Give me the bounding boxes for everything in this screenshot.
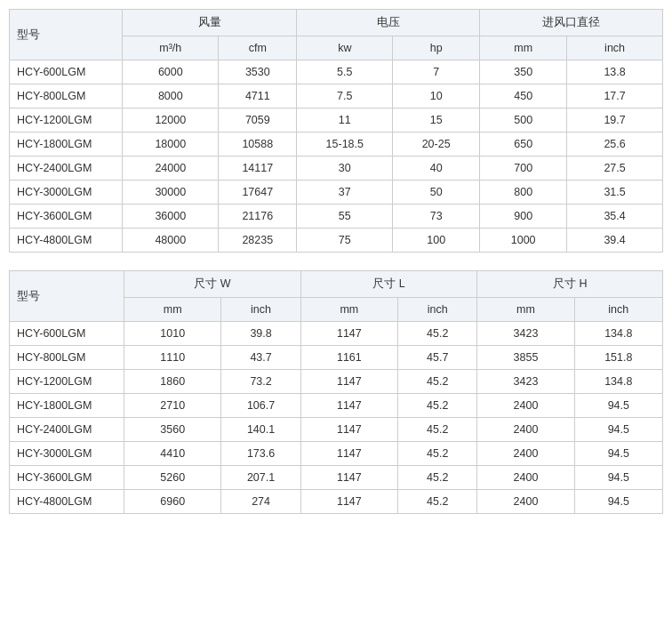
table1-row7-col4: 100 xyxy=(393,229,480,253)
table2-sub-h3: inch xyxy=(398,298,477,322)
table1-row1-col6: 17.7 xyxy=(567,84,663,108)
table2-row5-col5: 2400 xyxy=(477,442,574,466)
table2-row5-col4: 45.2 xyxy=(398,442,477,466)
table1-row2-col0: HCY-1200LGM xyxy=(10,108,123,132)
table2-row1-col6: 151.8 xyxy=(574,346,662,370)
table1-row3-col4: 20-25 xyxy=(393,132,480,156)
table1-row3-col3: 15-18.5 xyxy=(297,132,393,156)
table2-row4-col4: 45.2 xyxy=(398,418,477,442)
table2-row2-col1: 1860 xyxy=(124,370,221,394)
table2-row6-col6: 94.5 xyxy=(574,466,662,490)
table2-row6-col5: 2400 xyxy=(477,466,574,490)
table2-group2-header: 尺寸 L xyxy=(300,271,477,298)
table1-group3-header: 进风口直径 xyxy=(480,10,663,36)
table1-row1-col1: 8000 xyxy=(123,84,219,108)
table1-row1-col3: 7.5 xyxy=(297,84,393,108)
table2-row4-col2: 140.1 xyxy=(221,418,300,442)
table1-row4-col6: 27.5 xyxy=(567,156,663,181)
table1-row6-col0: HCY-3600LGM xyxy=(10,205,123,229)
table2-row1-col0: HCY-800LGM xyxy=(10,346,124,370)
table2-row1-col4: 45.7 xyxy=(398,346,477,370)
table1-row7-col0: HCY-4800LGM xyxy=(10,229,123,253)
table2-row7-col2: 274 xyxy=(221,490,300,514)
table1-row3-col6: 25.6 xyxy=(567,132,663,156)
table1-row4-col0: HCY-2400LGM xyxy=(10,156,123,181)
table2-row1-col1: 1110 xyxy=(124,346,221,370)
table1-sub-h1: cfm xyxy=(219,36,297,60)
table2-row4-col1: 3560 xyxy=(124,418,221,442)
table2-row3-col3: 1147 xyxy=(300,394,397,418)
table2-row0-col0: HCY-600LGM xyxy=(10,322,124,346)
table1-row5-col2: 17647 xyxy=(219,181,297,205)
table2-row1-col2: 43.7 xyxy=(221,346,300,370)
table1-sub-h2: kw xyxy=(297,36,393,60)
table2-row4-col3: 1147 xyxy=(300,418,397,442)
table2-row4-col6: 94.5 xyxy=(574,418,662,442)
table2-row7-col4: 45.2 xyxy=(398,490,477,514)
table2-row5-col2: 173.6 xyxy=(221,442,300,466)
table1-row3-col1: 18000 xyxy=(123,132,219,156)
table2-row0-col6: 134.8 xyxy=(574,322,662,346)
table2-row7-col5: 2400 xyxy=(477,490,574,514)
table2-row5-col0: HCY-3000LGM xyxy=(10,442,124,466)
table1-row7-col6: 39.4 xyxy=(567,229,663,253)
table2-row3-col6: 94.5 xyxy=(574,394,662,418)
table1-model-header: 型号 xyxy=(10,10,123,60)
table2-row6-col2: 207.1 xyxy=(221,466,300,490)
table1-sub-h3: hp xyxy=(393,36,480,60)
table1-row5-col5: 800 xyxy=(480,181,567,205)
table2-row7-col3: 1147 xyxy=(300,490,397,514)
table2-row0-col4: 45.2 xyxy=(398,322,477,346)
table1-row3-col2: 10588 xyxy=(219,132,297,156)
table2-row5-col6: 94.5 xyxy=(574,442,662,466)
table2-row1-col5: 3855 xyxy=(477,346,574,370)
table2-row0-col3: 1147 xyxy=(300,322,397,346)
table2-group1-header: 尺寸 W xyxy=(124,271,301,298)
table1-row0-col2: 3530 xyxy=(219,60,297,84)
table2-row6-col3: 1147 xyxy=(300,466,397,490)
table1-row2-col6: 19.7 xyxy=(567,108,663,132)
table1-row7-col1: 48000 xyxy=(123,229,219,253)
table2-row3-col0: HCY-1800LGM xyxy=(10,394,124,418)
table1-row2-col2: 7059 xyxy=(219,108,297,132)
table2-row2-col6: 134.8 xyxy=(574,370,662,394)
table2-wrapper: 型号 尺寸 W 尺寸 L 尺寸 H mm inch mm inch mm inc… xyxy=(9,270,663,514)
table1-row7-col2: 28235 xyxy=(219,229,297,253)
table1-row2-col4: 15 xyxy=(393,108,480,132)
table1-row2-col1: 12000 xyxy=(123,108,219,132)
table2-row7-col1: 6960 xyxy=(124,490,221,514)
table1-row4-col4: 40 xyxy=(393,156,480,181)
table2: 型号 尺寸 W 尺寸 L 尺寸 H mm inch mm inch mm inc… xyxy=(9,270,663,514)
table2-row3-col5: 2400 xyxy=(477,394,574,418)
table1-row5-col0: HCY-3000LGM xyxy=(10,181,123,205)
table2-row3-col1: 2710 xyxy=(124,394,221,418)
table2-sub-h4: mm xyxy=(477,298,574,322)
table1-group2-header: 电压 xyxy=(297,10,480,36)
table2-row2-col2: 73.2 xyxy=(221,370,300,394)
table1-row6-col1: 36000 xyxy=(123,205,219,229)
table2-row7-col6: 94.5 xyxy=(574,490,662,514)
table1-row3-col0: HCY-1800LGM xyxy=(10,132,123,156)
table1: 型号 风量 电压 进风口直径 m³/h cfm kw hp mm inch HC… xyxy=(9,9,663,253)
table1-row4-col1: 24000 xyxy=(123,156,219,181)
table2-row6-col4: 45.2 xyxy=(398,466,477,490)
table1-row1-col4: 10 xyxy=(393,84,480,108)
table1-sub-h0: m³/h xyxy=(123,36,219,60)
table1-row4-col3: 30 xyxy=(297,156,393,181)
table2-row2-col4: 45.2 xyxy=(398,370,477,394)
table2-row6-col1: 5260 xyxy=(124,466,221,490)
table2-row4-col0: HCY-2400LGM xyxy=(10,418,124,442)
table1-group1-header: 风量 xyxy=(123,10,297,36)
table1-row5-col3: 37 xyxy=(297,181,393,205)
table1-row1-col5: 450 xyxy=(480,84,567,108)
table2-row7-col0: HCY-4800LGM xyxy=(10,490,124,514)
table1-row4-col2: 14117 xyxy=(219,156,297,181)
table2-row4-col5: 2400 xyxy=(477,418,574,442)
table1-row6-col6: 35.4 xyxy=(567,205,663,229)
table1-row0-col0: HCY-600LGM xyxy=(10,60,123,84)
table1-row5-col6: 31.5 xyxy=(567,181,663,205)
table2-row2-col5: 3423 xyxy=(477,370,574,394)
table1-row4-col5: 700 xyxy=(480,156,567,181)
table1-sub-h4: mm xyxy=(480,36,567,60)
table1-row5-col1: 30000 xyxy=(123,181,219,205)
